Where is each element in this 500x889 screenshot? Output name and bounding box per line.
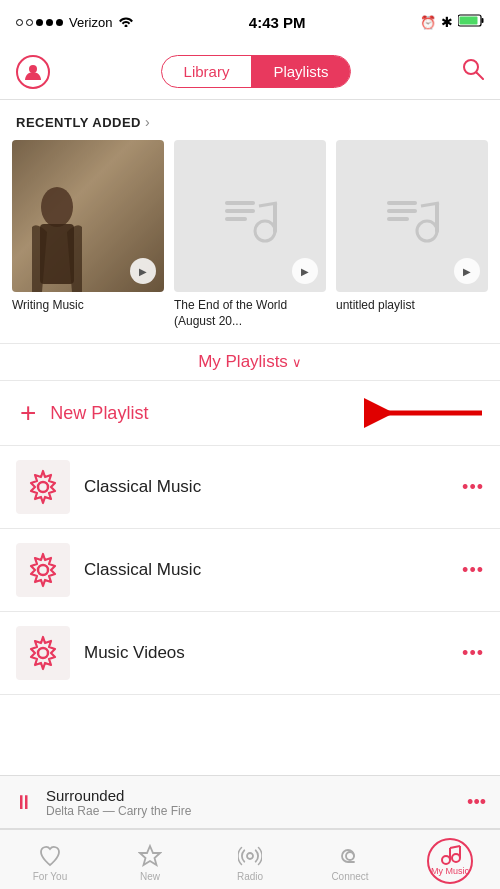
status-right: ⏰ ✱ bbox=[420, 14, 484, 30]
play-button-1[interactable]: ▶ bbox=[130, 258, 156, 284]
svg-rect-10 bbox=[225, 217, 247, 221]
tab-connect-label: Connect bbox=[331, 871, 368, 882]
signal-dot-4 bbox=[46, 19, 53, 26]
gear-icon-2 bbox=[25, 552, 61, 588]
svg-rect-2 bbox=[459, 17, 477, 25]
chevron-down-icon: ∨ bbox=[292, 355, 302, 370]
tab-radio-label: Radio bbox=[237, 871, 263, 882]
svg-line-31 bbox=[450, 846, 460, 848]
at-icon bbox=[338, 844, 362, 868]
svg-marker-24 bbox=[140, 846, 160, 865]
svg-rect-18 bbox=[435, 203, 439, 233]
nav-tabs: Library Playlists bbox=[161, 55, 352, 88]
heart-icon bbox=[38, 844, 62, 868]
signal-dot-3 bbox=[36, 19, 43, 26]
svg-point-6 bbox=[41, 187, 73, 227]
my-playlists-header[interactable]: My Playlists ∨ bbox=[0, 343, 500, 381]
svg-rect-12 bbox=[273, 203, 277, 233]
nav-bar: Library Playlists bbox=[0, 44, 500, 100]
album-title-2: The End of the World (August 20... bbox=[174, 298, 326, 329]
play-button-2[interactable]: ▶ bbox=[292, 258, 318, 284]
gear-icon-3 bbox=[25, 635, 61, 671]
alarm-icon: ⏰ bbox=[420, 15, 436, 30]
signal-dot-2 bbox=[26, 19, 33, 26]
user-avatar[interactable] bbox=[16, 55, 50, 89]
svg-rect-1 bbox=[481, 18, 483, 23]
gear-icon-1 bbox=[25, 469, 61, 505]
svg-point-3 bbox=[29, 65, 37, 73]
signal-dots bbox=[16, 19, 63, 26]
album-item-2[interactable]: ▶ The End of the World (August 20... bbox=[174, 140, 326, 329]
now-playing-subtitle: Delta Rae — Carry the Fire bbox=[46, 804, 455, 818]
album-art-2: ▶ bbox=[174, 140, 326, 292]
svg-point-27 bbox=[442, 856, 450, 864]
carrier-label: Verizon bbox=[69, 15, 112, 30]
album-item-1[interactable]: ▶ Writing Music bbox=[12, 140, 164, 329]
svg-rect-15 bbox=[387, 209, 417, 213]
playlist-item-1[interactable]: Classical Music ••• bbox=[0, 446, 500, 529]
tab-my-music-circle: My Music bbox=[427, 838, 473, 884]
svg-rect-8 bbox=[225, 201, 255, 205]
tab-new-label: New bbox=[140, 871, 160, 882]
more-options-2[interactable]: ••• bbox=[462, 560, 484, 581]
now-playing-bar[interactable]: ⏸ Surrounded Delta Rae — Carry the Fire … bbox=[0, 775, 500, 829]
svg-line-5 bbox=[477, 72, 484, 79]
recently-added-label: RECENTLY ADDED bbox=[16, 115, 141, 130]
playlist-name-3: Music Videos bbox=[84, 643, 448, 663]
pause-icon[interactable]: ⏸ bbox=[14, 791, 34, 814]
plus-icon: + bbox=[20, 399, 36, 427]
my-playlists-text: My Playlists bbox=[198, 352, 288, 372]
svg-point-11 bbox=[255, 221, 275, 241]
signal-dot-5 bbox=[56, 19, 63, 26]
tab-for-you-label: For You bbox=[33, 871, 67, 882]
play-button-3[interactable]: ▶ bbox=[454, 258, 480, 284]
status-time: 4:43 PM bbox=[249, 14, 306, 31]
status-left: Verizon bbox=[16, 15, 134, 30]
playlist-item-2[interactable]: Classical Music ••• bbox=[0, 529, 500, 612]
music-icon bbox=[439, 845, 461, 865]
music-note-icon-3 bbox=[377, 181, 447, 251]
svg-point-28 bbox=[452, 854, 460, 862]
tab-my-music-label: My Music bbox=[431, 866, 469, 876]
more-options-1[interactable]: ••• bbox=[462, 477, 484, 498]
more-options-3[interactable]: ••• bbox=[462, 643, 484, 664]
playlist-icon-box-1 bbox=[16, 460, 70, 514]
album-title-1: Writing Music bbox=[12, 298, 164, 314]
now-playing-more[interactable]: ••• bbox=[467, 792, 486, 813]
tab-for-you[interactable]: For You bbox=[0, 838, 100, 882]
playlist-icon-box-2 bbox=[16, 543, 70, 597]
bluetooth-icon: ✱ bbox=[441, 14, 453, 30]
playlist-item-3[interactable]: Music Videos ••• bbox=[0, 612, 500, 695]
album-item-3[interactable]: ▶ untitled playlist bbox=[336, 140, 488, 329]
tab-new[interactable]: New bbox=[100, 838, 200, 882]
new-playlist-label: New Playlist bbox=[50, 403, 148, 424]
search-icon[interactable] bbox=[462, 58, 484, 86]
my-playlists-label: My Playlists ∨ bbox=[198, 352, 302, 372]
playlists-list: Classical Music ••• Classical Music ••• … bbox=[0, 446, 500, 695]
status-bar: Verizon 4:43 PM ⏰ ✱ bbox=[0, 0, 500, 44]
playlist-name-2: Classical Music bbox=[84, 560, 448, 580]
svg-rect-14 bbox=[387, 201, 417, 205]
svg-point-23 bbox=[38, 648, 48, 658]
svg-point-17 bbox=[417, 221, 437, 241]
tab-radio[interactable]: Radio bbox=[200, 838, 300, 882]
battery-icon bbox=[458, 14, 484, 30]
new-playlist-row[interactable]: + New Playlist bbox=[0, 381, 500, 446]
svg-rect-16 bbox=[387, 217, 409, 221]
tab-connect[interactable]: Connect bbox=[300, 838, 400, 882]
playlists-tab[interactable]: Playlists bbox=[251, 56, 350, 87]
tab-my-music[interactable]: My Music bbox=[400, 836, 500, 884]
annotation-arrow bbox=[364, 394, 484, 432]
wifi-icon bbox=[118, 15, 134, 30]
album-title-3: untitled playlist bbox=[336, 298, 488, 314]
star-icon bbox=[138, 844, 162, 868]
recently-added-header: RECENTLY ADDED › bbox=[0, 100, 500, 140]
album-art-3: ▶ bbox=[336, 140, 488, 292]
signal-dot-1 bbox=[16, 19, 23, 26]
music-note-icon-2 bbox=[215, 181, 285, 251]
now-playing-title: Surrounded bbox=[46, 787, 455, 804]
radio-icon bbox=[238, 844, 262, 868]
playlist-icon-box-3 bbox=[16, 626, 70, 680]
recently-added-chevron: › bbox=[145, 114, 150, 130]
library-tab[interactable]: Library bbox=[162, 56, 252, 87]
